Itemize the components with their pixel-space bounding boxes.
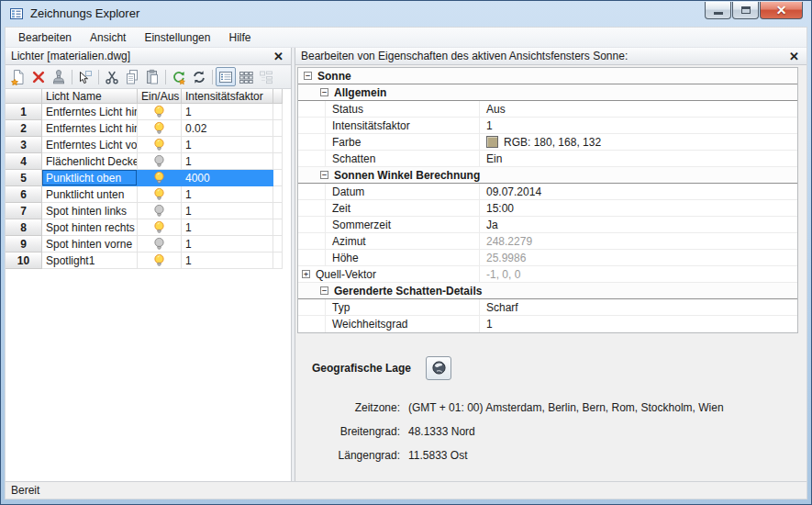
minimize-icon [714,12,723,15]
toolbar-separator [72,70,72,84]
row-number-cell[interactable]: 10 [6,252,42,269]
expand-icon[interactable]: + [302,270,310,278]
light-on-off-cell[interactable] [138,120,182,137]
details-view-button[interactable] [216,67,236,86]
row-number-cell[interactable]: 7 [6,203,42,219]
filler-cell [273,203,283,219]
property-value-hohe: 25.9986 [480,252,797,264]
bulb-off-icon [153,237,165,252]
light-intensity-cell[interactable]: 1 [182,137,273,153]
collapse-icon[interactable]: − [320,171,328,179]
pick-entity-button[interactable] [75,67,95,86]
icons-view-icon [238,69,254,85]
light-name-cell[interactable]: Punktlicht unten [42,186,138,203]
pick-entity-icon [77,69,94,85]
light-on-off-cell[interactable] [138,186,182,203]
menu-item-ansicht[interactable]: Ansicht [81,29,135,46]
close-button[interactable]: ✕ [760,2,803,19]
row-number-cell[interactable]: 8 [6,219,42,236]
light-intensity-cell[interactable]: 0.02 [182,120,273,137]
light-intensity-cell[interactable]: 1 [182,104,273,120]
property-value-status[interactable]: Aus [480,103,797,116]
collapse-icon[interactable]: − [304,72,312,80]
window-icon[interactable] [9,6,24,21]
property-value-sommerzeit[interactable]: Ja [480,219,797,231]
light-on-off-cell[interactable] [138,219,182,236]
light-name-cell[interactable]: Entferntes Licht vorn [42,137,138,153]
geographic-location-button[interactable] [426,356,451,380]
minimize-button[interactable] [705,2,731,19]
row-number-cell[interactable]: 6 [6,186,42,203]
property-value-intensitatsfaktor[interactable]: 1 [480,119,797,132]
light-intensity-cell[interactable]: 1 [182,252,273,269]
section-label: Gerenderte Schatten-Details [334,285,482,297]
copy-button[interactable] [122,67,142,86]
row-number-cell[interactable]: 5 [6,170,42,186]
property-label: Intensitätsfaktor [332,119,410,132]
light-on-off-cell[interactable] [138,203,182,219]
section-label: Sonnen Winkel Berechnung [334,169,480,182]
regen-button[interactable] [169,67,189,86]
light-intensity-cell[interactable]: 4000 [182,170,273,186]
window-title: Zeichnungs Explorer [30,6,139,20]
light-on-off-cell[interactable] [138,137,182,153]
paste-button[interactable] [142,67,162,86]
window-controls: ✕ [704,2,803,19]
light-intensity-cell[interactable]: 1 [182,153,273,170]
table-row: 1 Entferntes Licht hint 1 [6,104,291,120]
light-name-cell[interactable]: Entferntes Licht hint [42,104,138,120]
bulb-on-icon [153,187,165,202]
row-gutter [298,101,326,117]
purge-button[interactable] [49,67,69,86]
table-row: 4 Flächenlicht Decke 1 [6,153,291,170]
properties-panel-close-button[interactable]: ✕ [787,50,801,62]
property-value-weichheitsgrad[interactable]: 1 [480,318,797,331]
light-name-cell[interactable]: Spotlight1 [42,252,138,269]
properties-panel-header: Bearbeiten von Eigenschaften des aktiven… [295,48,806,65]
light-name-cell[interactable]: Spot hinten rechts [42,219,138,236]
maximize-button[interactable] [732,2,759,19]
row-number-cell[interactable]: 4 [6,153,42,170]
light-intensity-cell[interactable]: 1 [182,236,273,252]
light-name-cell[interactable]: Punktlicht oben [42,170,138,186]
geo-value: 11.5833 Ost [408,449,468,462]
menu-item-einstellungen[interactable]: Einstellungen [135,29,219,46]
collapse-icon[interactable]: − [320,286,328,295]
row-number-cell[interactable]: 1 [6,104,42,120]
property-value-datum[interactable]: 09.07.2014 [480,185,797,198]
light-on-off-cell[interactable] [138,170,182,186]
delete-button[interactable] [28,67,49,86]
light-intensity-cell[interactable]: 1 [182,203,273,219]
status-bar: Bereit [6,481,806,499]
property-value-zeit[interactable]: 15:00 [480,202,797,215]
light-name-cell[interactable]: Spot hinten links [42,203,138,219]
row-number-cell[interactable]: 2 [6,120,42,137]
icons-view-button[interactable] [236,67,256,86]
column-header-licht-name: Licht Name [42,89,138,104]
collapse-icon[interactable]: − [320,88,328,96]
property-value-typ[interactable]: Scharf [480,301,797,314]
light-intensity-cell[interactable]: 1 [182,186,273,203]
light-name-cell[interactable]: Entferntes Licht hint [42,120,138,137]
new-light-button[interactable] [8,67,28,86]
light-on-off-cell[interactable] [138,236,182,252]
row-number-cell[interactable]: 3 [6,137,42,153]
light-on-off-cell[interactable] [138,104,182,120]
bulb-on-icon [153,138,165,152]
light-on-off-cell[interactable] [138,153,182,170]
lights-panel-close-button[interactable]: ✕ [272,50,285,62]
row-gutter [298,200,326,216]
light-name-cell[interactable]: Flächenlicht Decke [42,153,138,170]
refresh-button[interactable] [189,67,209,86]
row-number-cell[interactable]: 9 [6,236,42,252]
menu-item-bearbeiten[interactable]: Bearbeiten [9,29,81,46]
close-icon: ✕ [776,4,787,17]
cut-button[interactable] [102,67,122,86]
property-value-schatten[interactable]: Ein [480,152,797,165]
light-on-off-cell[interactable] [138,252,182,269]
light-name-cell[interactable]: Spot hinten vorne [42,236,138,252]
light-intensity-cell[interactable]: 1 [182,219,273,236]
property-value-farbe[interactable]: RGB: 180, 168, 132 [480,136,797,149]
lights-panel: Lichter [materialien.dwg] ✕ Licht NameEi… [6,48,292,481]
menu-item-hilfe[interactable]: Hilfe [219,29,260,46]
